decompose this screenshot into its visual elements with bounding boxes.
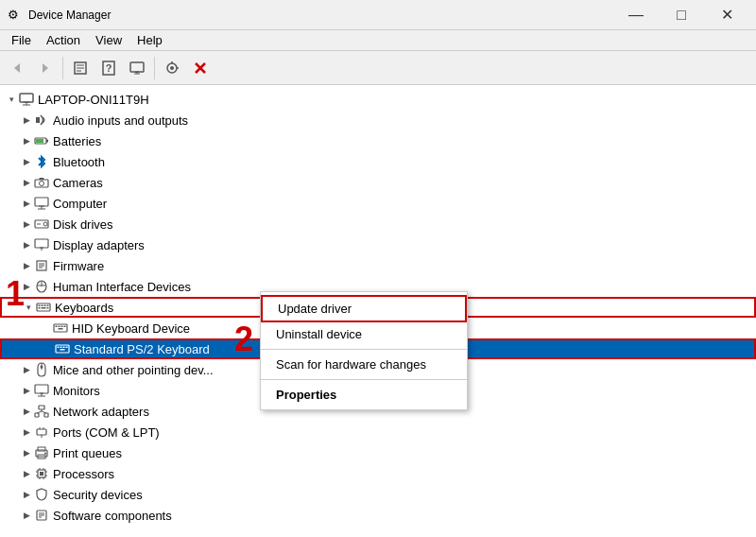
svg-rect-18 [20,94,33,102]
keyboard-icon [36,300,51,315]
minimize-button[interactable]: — [614,1,658,29]
software-label: Software components [53,509,172,523]
tree-item-audio[interactable]: ▶ Audio inputs and outputs [0,110,756,130]
tree-item-cameras[interactable]: ▶ Cameras [0,172,756,193]
tree-item-bluetooth[interactable]: ▶ Bluetooth [0,151,756,172]
hid-icon [34,279,49,294]
svg-point-66 [41,366,43,369]
menu-bar: File Action View Help [0,30,756,51]
svg-rect-60 [58,347,60,349]
root-expand[interactable]: ▾ [4,92,19,107]
audio-expand[interactable]: ▶ [19,113,34,128]
toolbar-scan-button[interactable] [159,55,185,81]
maximize-button[interactable]: □ [660,1,703,29]
hid-expand[interactable]: ▶ [19,279,34,294]
mice-expand[interactable]: ▶ [19,362,34,377]
close-button[interactable]: ✕ [705,1,748,29]
display-expand[interactable]: ▶ [19,237,34,252]
ctx-uninstall-device[interactable]: Uninstall device [261,322,467,346]
toolbar-delete-button[interactable] [187,55,214,81]
svg-rect-73 [44,413,48,417]
tree-item-firmware[interactable]: ▶ Firmware [0,255,756,276]
computer-label: Computer [53,197,107,211]
toolbar-separator-1 [62,57,63,79]
svg-rect-52 [47,307,49,309]
tree-item-software[interactable]: ▶ Software components [0,505,756,526]
ports-expand[interactable]: ▶ [19,424,34,440]
svg-point-33 [43,222,47,226]
ps2-keyboard-icon [55,341,70,356]
firmware-label: Firmware [53,259,104,273]
mice-label: Mice and other pointing dev... [53,363,214,377]
tree-item-processors[interactable]: ▶ Processors [0,463,756,484]
network-icon [34,404,49,419]
toolbar-monitor-button[interactable] [124,55,150,81]
ports-label: Ports (COM & LPT) [53,425,160,440]
svg-rect-86 [40,472,43,476]
svg-rect-64 [60,349,65,351]
svg-rect-71 [39,406,44,409]
menu-file[interactable]: File [4,31,39,49]
svg-rect-56 [61,326,63,328]
app-icon: ⚙ [8,8,23,23]
print-expand[interactable]: ▶ [19,445,34,460]
tree-item-computer[interactable]: ▶ Computer [0,193,756,214]
monitors-icon [34,383,49,398]
processors-expand[interactable]: ▶ [19,466,34,481]
svg-rect-58 [59,328,63,330]
security-expand[interactable]: ▶ [19,487,34,502]
svg-rect-62 [63,347,65,349]
svg-rect-24 [46,140,48,143]
firmware-expand[interactable]: ▶ [19,258,34,273]
ps2-keyboard-label: Standard PS/2 Keyboard [74,342,210,356]
svg-rect-47 [42,305,43,307]
disk-expand[interactable]: ▶ [19,217,34,232]
toolbar-help-button[interactable]: ? [95,55,122,81]
ctx-update-driver[interactable]: Update driver [261,295,467,322]
tree-item-display[interactable]: ▶ Display adapters [0,234,756,255]
tree-root[interactable]: ▾ LAPTOP-ONI11T9H [0,89,756,110]
toolbar-forward-button[interactable] [32,55,59,81]
svg-rect-67 [35,385,48,393]
svg-rect-28 [35,198,48,206]
svg-point-84 [44,453,46,455]
title-bar: ⚙ Device Manager — □ ✕ [0,0,756,30]
tree-item-ports[interactable]: ▶ Ports (COM & LPT) [0,422,756,442]
processors-icon [34,466,49,481]
computer-expand[interactable]: ▶ [19,196,34,211]
network-label: Network adapters [53,405,149,419]
menu-view[interactable]: View [88,31,129,49]
hid-keyboard-label: HID Keyboard Device [72,321,190,336]
tree-item-security[interactable]: ▶ Security devices [0,484,756,505]
monitors-expand[interactable]: ▶ [19,383,34,398]
toolbar-properties-button[interactable] [67,55,94,81]
tree-item-batteries[interactable]: ▶ Batteries [0,130,756,151]
window-controls: — □ ✕ [614,1,748,29]
menu-help[interactable]: Help [129,31,170,49]
tree-item-print[interactable]: ▶ Print queues [0,442,756,463]
software-expand[interactable]: ▶ [19,508,34,523]
batteries-expand[interactable]: ▶ [19,133,34,148]
cameras-label: Cameras [53,176,103,190]
firmware-icon [34,258,49,273]
processors-label: Processors [53,467,114,481]
root-label: LAPTOP-ONI11T9H [38,93,149,107]
print-icon [34,445,49,460]
network-expand[interactable]: ▶ [19,404,34,419]
ctx-scan-hardware[interactable]: Scan for hardware changes [261,353,467,376]
keyboards-expand[interactable]: ▾ [21,300,36,315]
computer-icon2 [34,196,49,211]
ctx-properties[interactable]: Properties [261,383,467,407]
svg-rect-55 [59,326,60,328]
menu-action[interactable]: Action [39,31,88,49]
toolbar-back-button[interactable] [4,55,30,81]
toolbar: ? [0,51,756,85]
cameras-expand[interactable]: ▶ [19,175,34,190]
monitors-label: Monitors [53,384,100,398]
ports-icon [34,424,49,440]
audio-label: Audio inputs and outputs [53,113,188,128]
tree-item-disk[interactable]: ▶ Disk drives [0,214,756,234]
bluetooth-expand[interactable]: ▶ [19,154,34,169]
svg-rect-35 [35,239,48,248]
content-area: ▾ LAPTOP-ONI11T9H ▶ Audio [0,85,756,537]
